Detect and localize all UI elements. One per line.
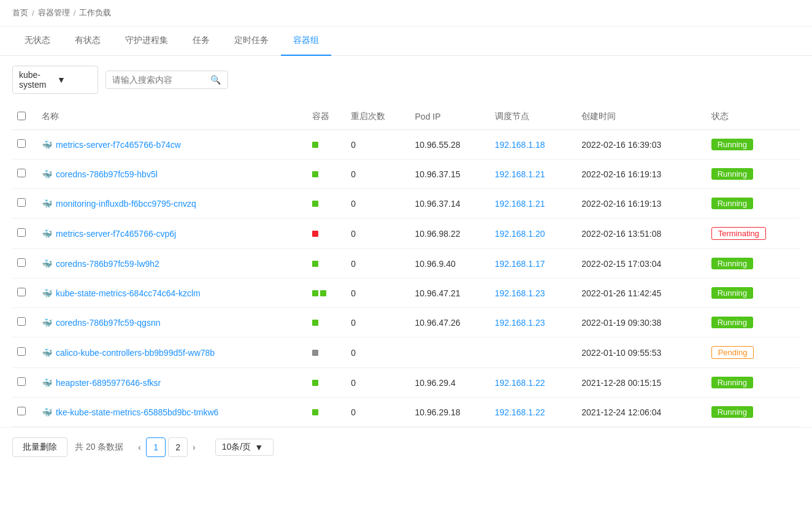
- page-size-select[interactable]: 10条/页 ▼: [215, 439, 274, 456]
- next-page-button[interactable]: ›: [190, 442, 198, 452]
- select-all-checkbox[interactable]: [17, 112, 26, 120]
- row-node-cell: 192.168.1.23: [490, 279, 577, 308]
- row-checkbox[interactable]: [17, 228, 26, 237]
- node-link[interactable]: 192.168.1.22: [495, 378, 545, 388]
- tab-scheduled[interactable]: 定时任务: [222, 26, 281, 56]
- container-dot: [312, 320, 318, 326]
- tab-stateful[interactable]: 有状态: [63, 26, 113, 56]
- search-input[interactable]: [112, 75, 210, 85]
- pod-icon: 🐳: [42, 407, 52, 417]
- row-name-cell: 🐳kube-state-metrics-684cc74c64-kzclm: [37, 279, 307, 308]
- row-pod-ip-cell: 10.96.9.40: [410, 249, 490, 279]
- container-dot: [312, 261, 318, 267]
- pod-name-link[interactable]: 🐳metrics-server-f7c465766-cvp6j: [42, 229, 302, 239]
- pod-icon: 🐳: [42, 348, 52, 358]
- container-dots: [312, 380, 342, 386]
- row-restarts-cell: 0: [346, 308, 410, 337]
- pod-name-link[interactable]: 🐳tke-kube-state-metrics-65885bd9bc-tmkw6: [42, 407, 302, 417]
- node-link[interactable]: 192.168.1.23: [495, 288, 545, 298]
- row-name-cell: 🐳coredns-786b97fc59-hbv5l: [37, 160, 307, 189]
- row-checkbox[interactable]: [17, 317, 26, 326]
- breadcrumb-home[interactable]: 首页: [12, 7, 28, 18]
- container-dots: [312, 290, 342, 296]
- node-link[interactable]: 192.168.1.18: [495, 140, 545, 150]
- row-restarts-cell: 0: [346, 368, 410, 398]
- row-checkbox[interactable]: [17, 198, 26, 207]
- row-pod-ip-cell: 10.96.37.14: [410, 189, 490, 218]
- row-checkbox[interactable]: [17, 347, 26, 356]
- pod-name-link[interactable]: 🐳coredns-786b97fc59-lw9h2: [42, 259, 302, 269]
- row-pod-ip-cell: [410, 337, 490, 368]
- page-2-button[interactable]: 2: [168, 437, 188, 457]
- row-created-cell: 2021-12-28 00:15:15: [576, 368, 706, 398]
- row-checkbox[interactable]: [17, 139, 26, 148]
- page-size-value: 10条/页: [222, 442, 251, 453]
- container-dots: [312, 231, 342, 237]
- tab-stateless[interactable]: 无状态: [12, 26, 63, 56]
- pod-name-link[interactable]: 🐳coredns-786b97fc59-hbv5l: [42, 169, 302, 179]
- page-1-button[interactable]: 1: [146, 437, 166, 457]
- prev-page-button[interactable]: ‹: [136, 442, 144, 452]
- breadcrumb: 首页 / 容器管理 / 工作负载: [0, 0, 812, 26]
- row-checkbox[interactable]: [17, 258, 26, 267]
- pagination: ‹ 1 2 ›: [136, 437, 197, 457]
- row-status-cell: Running: [707, 249, 800, 279]
- row-created-cell: 2022-02-16 16:19:13: [576, 189, 706, 218]
- row-checkbox[interactable]: [17, 377, 26, 386]
- node-link[interactable]: 192.168.1.21: [495, 169, 545, 179]
- row-node-cell: 192.168.1.18: [490, 130, 577, 160]
- page-size-arrow-icon: ▼: [255, 442, 263, 452]
- row-status-cell: Pending: [707, 337, 800, 368]
- row-name-cell: 🐳metrics-server-f7c465766-b74cw: [37, 130, 307, 160]
- footer: 批量删除 共 20 条数据 ‹ 1 2 › 10条/页 ▼: [0, 427, 812, 467]
- pod-name-link[interactable]: 🐳heapster-6895977646-sfksr: [42, 378, 302, 388]
- table-row: 🐳metrics-server-f7c465766-cvp6j010.96.98…: [12, 218, 800, 249]
- tab-task[interactable]: 任务: [180, 26, 222, 56]
- breadcrumb-container[interactable]: 容器管理: [38, 7, 70, 18]
- header-status: 状态: [707, 104, 800, 130]
- row-pod-ip-cell: 10.96.29.4: [410, 368, 490, 398]
- tab-pod[interactable]: 容器组: [281, 26, 331, 56]
- namespace-select[interactable]: kube-system ▼: [12, 66, 98, 94]
- row-checkbox[interactable]: [17, 169, 26, 177]
- tab-daemon[interactable]: 守护进程集: [113, 26, 180, 56]
- header-container: 容器: [307, 104, 347, 130]
- node-link[interactable]: 192.168.1.22: [495, 407, 545, 417]
- row-name-cell: 🐳calico-kube-controllers-bb9b99d5f-ww78b: [37, 337, 307, 368]
- row-status-cell: Running: [707, 279, 800, 308]
- batch-delete-button[interactable]: 批量删除: [12, 437, 67, 457]
- pod-name-link[interactable]: 🐳monitoring-influxdb-f6bcc9795-cnvzq: [42, 199, 302, 209]
- row-containers-cell: [307, 308, 347, 337]
- search-box: 🔍: [105, 71, 228, 89]
- node-link[interactable]: 192.168.1.20: [495, 229, 545, 239]
- row-containers-cell: [307, 249, 347, 279]
- row-checkbox[interactable]: [17, 407, 26, 415]
- row-pod-ip-cell: 10.96.47.26: [410, 308, 490, 337]
- status-badge: Running: [711, 139, 753, 150]
- pod-name-link[interactable]: 🐳calico-kube-controllers-bb9b99d5f-ww78b: [42, 348, 302, 358]
- header-node: 调度节点: [490, 104, 577, 130]
- container-dot: [312, 290, 318, 296]
- node-link[interactable]: 192.168.1.21: [495, 199, 545, 209]
- pod-name-text: metrics-server-f7c465766-cvp6j: [56, 229, 176, 239]
- status-badge: Running: [711, 406, 753, 418]
- row-restarts-cell: 0: [346, 189, 410, 218]
- status-badge: Terminating: [711, 227, 766, 240]
- row-created-cell: 2021-12-24 12:06:04: [576, 398, 706, 427]
- row-created-cell: 2022-01-19 09:30:38: [576, 308, 706, 337]
- node-link[interactable]: 192.168.1.23: [495, 318, 545, 328]
- pod-name-text: coredns-786b97fc59-lw9h2: [56, 259, 159, 269]
- row-name-cell: 🐳tke-kube-state-metrics-65885bd9bc-tmkw6: [37, 398, 307, 427]
- row-checkbox[interactable]: [17, 288, 26, 296]
- total-count: 共 20 条数据: [75, 442, 123, 453]
- pod-icon: 🐳: [42, 199, 52, 209]
- row-containers-cell: [307, 218, 347, 249]
- pod-name-link[interactable]: 🐳metrics-server-f7c465766-b74cw: [42, 140, 302, 150]
- search-icon[interactable]: 🔍: [210, 75, 221, 85]
- pod-name-link[interactable]: 🐳kube-state-metrics-684cc74c64-kzclm: [42, 288, 302, 298]
- node-link[interactable]: 192.168.1.17: [495, 259, 545, 269]
- container-dot: [312, 409, 318, 415]
- pod-name-link[interactable]: 🐳coredns-786b97fc59-qgsnn: [42, 318, 302, 328]
- table-row: 🐳coredns-786b97fc59-qgsnn010.96.47.26192…: [12, 308, 800, 337]
- row-pod-ip-cell: 10.96.37.15: [410, 160, 490, 189]
